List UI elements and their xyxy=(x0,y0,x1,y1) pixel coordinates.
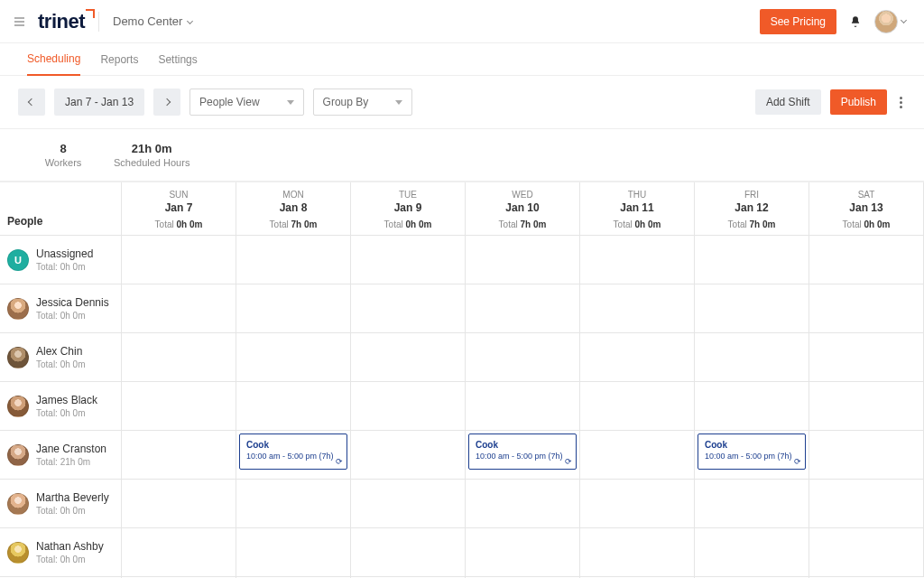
schedule-cell[interactable] xyxy=(580,333,695,382)
schedule-cell[interactable] xyxy=(122,528,236,577)
schedule-cell[interactable] xyxy=(351,528,466,577)
schedule-cell[interactable] xyxy=(466,236,580,284)
schedule-cell[interactable] xyxy=(580,382,695,431)
schedule-cell[interactable] xyxy=(122,236,236,284)
tab-settings[interactable]: Settings xyxy=(158,53,197,75)
schedule-cell[interactable] xyxy=(351,431,466,480)
schedule-cell[interactable] xyxy=(236,333,351,382)
schedule-cell[interactable] xyxy=(580,431,695,480)
shift-block[interactable]: Cook 10:00 am - 5:00 pm (7h) ⟳ xyxy=(468,434,577,470)
day-date: Jan 12 xyxy=(700,201,803,214)
shift-block[interactable]: Cook 10:00 am - 5:00 pm (7h) ⟳ xyxy=(239,434,347,470)
schedule-cell[interactable] xyxy=(122,284,236,333)
prev-week-button[interactable] xyxy=(18,89,45,116)
shift-role: Cook xyxy=(476,440,569,450)
person-name: Jane Cranston xyxy=(36,443,106,455)
publish-button[interactable]: Publish xyxy=(830,89,887,115)
schedule-cell[interactable] xyxy=(809,480,924,528)
schedule-cell[interactable] xyxy=(695,480,809,528)
schedule-cell[interactable] xyxy=(809,236,924,284)
tab-reports[interactable]: Reports xyxy=(100,53,138,75)
shift-block[interactable]: Cook 10:00 am - 5:00 pm (7h) ⟳ xyxy=(698,434,806,470)
see-pricing-button[interactable]: See Pricing xyxy=(760,9,836,34)
day-total: Total 0h 0m xyxy=(356,219,459,229)
schedule-cell[interactable] xyxy=(580,480,695,528)
schedule-cell[interactable] xyxy=(466,528,580,577)
schedule-cell[interactable] xyxy=(236,236,351,284)
schedule-cell[interactable] xyxy=(695,528,809,577)
schedule-cell[interactable]: Cook 10:00 am - 5:00 pm (7h) ⟳ xyxy=(236,431,351,480)
schedule-cell[interactable]: Cook 10:00 am - 5:00 pm (7h) ⟳ xyxy=(466,431,580,480)
person-cell[interactable]: Martha Beverly Total: 0h 0m xyxy=(0,480,122,528)
shift-time: 10:00 am - 5:00 pm (7h) xyxy=(476,452,569,461)
schedule-cell[interactable] xyxy=(236,528,351,577)
day-of-week: THU xyxy=(586,190,688,200)
person-avatar xyxy=(7,444,29,466)
person-total: Total: 0h 0m xyxy=(36,408,97,418)
schedule-cell[interactable] xyxy=(809,528,924,577)
schedule-cell[interactable] xyxy=(809,333,924,382)
schedule-cell[interactable] xyxy=(122,431,236,480)
day-of-week: MON xyxy=(242,190,345,200)
person-cell[interactable]: Jessica Dennis Total: 0h 0m xyxy=(0,284,122,333)
person-avatar xyxy=(7,298,29,320)
schedule-cell[interactable] xyxy=(695,382,809,431)
day-date: Jan 13 xyxy=(815,201,918,214)
view-select[interactable]: People View xyxy=(189,89,304,116)
tab-scheduling[interactable]: Scheduling xyxy=(27,52,80,76)
group-by-select[interactable]: Group By xyxy=(313,89,413,116)
schedule-cell[interactable] xyxy=(466,284,580,333)
person-cell[interactable]: James Black Total: 0h 0m xyxy=(0,382,122,431)
more-options-button[interactable] xyxy=(896,93,906,112)
person-total: Total: 0h 0m xyxy=(36,555,104,564)
person-cell[interactable]: Alex Chin Total: 0h 0m xyxy=(0,333,122,382)
schedule-cell[interactable] xyxy=(122,480,236,528)
schedule-cell[interactable] xyxy=(351,284,466,333)
person-cell[interactable]: UUnassigned Total: 0h 0m xyxy=(0,236,122,284)
schedule-cell[interactable] xyxy=(580,236,695,284)
schedule-cell[interactable] xyxy=(695,333,809,382)
schedule-cell[interactable] xyxy=(122,382,236,431)
schedule-cell[interactable] xyxy=(351,480,466,528)
schedule-cell[interactable]: Cook 10:00 am - 5:00 pm (7h) ⟳ xyxy=(695,431,809,480)
next-week-button[interactable] xyxy=(153,89,180,116)
schedule-cell[interactable] xyxy=(580,528,695,577)
shift-time: 10:00 am - 5:00 pm (7h) xyxy=(705,452,799,461)
schedule-cell[interactable] xyxy=(695,284,809,333)
day-total: Total 7h 0m xyxy=(471,219,574,229)
person-name: James Black xyxy=(36,394,97,406)
user-menu[interactable] xyxy=(874,10,906,33)
schedule-cell[interactable] xyxy=(809,431,924,480)
nav-tabs: SchedulingReportsSettings xyxy=(0,43,924,76)
schedule-cell[interactable] xyxy=(236,480,351,528)
add-shift-button[interactable]: Add Shift xyxy=(755,89,821,115)
day-total: Total 7h 0m xyxy=(700,219,803,229)
schedule-cell[interactable] xyxy=(122,333,236,382)
person-cell[interactable]: Nathan Ashby Total: 0h 0m xyxy=(0,528,122,577)
person-name: Nathan Ashby xyxy=(36,540,104,553)
repeat-icon: ⟳ xyxy=(336,457,343,466)
company-select[interactable]: Demo Center xyxy=(113,14,192,28)
day-header: SUN Jan 7 Total 0h 0m xyxy=(122,182,236,236)
schedule-cell[interactable] xyxy=(809,284,924,333)
day-header: WED Jan 10 Total 7h 0m xyxy=(466,182,580,236)
stat-workers: 8 Workers xyxy=(27,142,99,168)
schedule-cell[interactable] xyxy=(580,284,695,333)
day-date: Jan 11 xyxy=(586,201,688,214)
date-range[interactable]: Jan 7 - Jan 13 xyxy=(54,89,144,116)
schedule-cell[interactable] xyxy=(466,382,580,431)
schedule-cell[interactable] xyxy=(236,382,351,431)
schedule-cell[interactable] xyxy=(351,236,466,284)
schedule-cell[interactable] xyxy=(351,382,466,431)
schedule-cell[interactable] xyxy=(466,333,580,382)
schedule-cell[interactable] xyxy=(809,382,924,431)
shift-time: 10:00 am - 5:00 pm (7h) xyxy=(246,452,340,461)
schedule-cell[interactable] xyxy=(236,284,351,333)
schedule-cell[interactable] xyxy=(466,480,580,528)
stat-scheduled-hours: 21h 0m Scheduled Hours xyxy=(114,142,189,168)
notifications-icon[interactable] xyxy=(849,15,862,28)
schedule-cell[interactable] xyxy=(351,333,466,382)
person-cell[interactable]: Jane Cranston Total: 21h 0m xyxy=(0,431,122,480)
nav-toggle-icon[interactable] xyxy=(14,14,29,30)
schedule-cell[interactable] xyxy=(695,236,809,284)
